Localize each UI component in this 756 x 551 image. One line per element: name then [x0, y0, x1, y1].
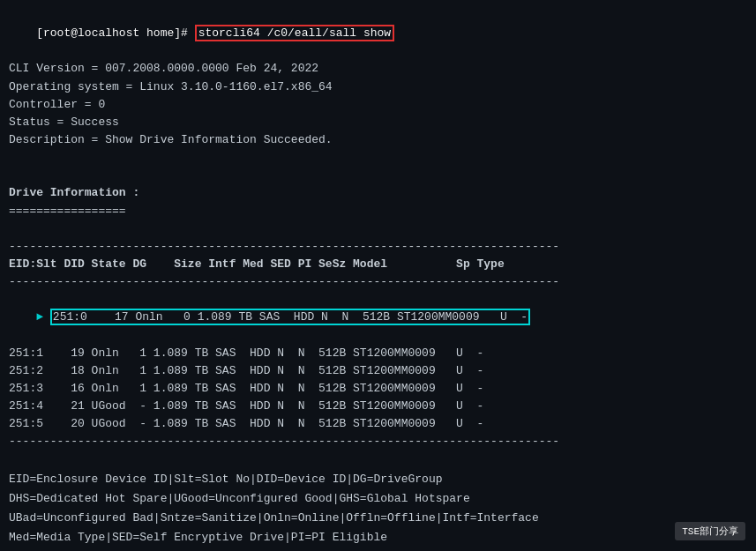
footer-line-1: DHS=Dedicated Hot Spare|UGood=Unconfigur… — [9, 490, 747, 508]
terminal-window: [root@localhost home]# storcli64 /c0/eal… — [0, 0, 756, 551]
data-row-0: ► 251:0 17 Onln 0 1.089 TB SAS HDD N N 5… — [9, 291, 747, 344]
data-row-3: 251:3 16 Onln 1 1.089 TB SAS HDD N N 512… — [9, 380, 747, 398]
data-row-1: 251:1 19 Onln 1 1.089 TB SAS HDD N N 512… — [9, 345, 747, 362]
output-line-3: Status = Success — [9, 114, 747, 131]
output-line-0: CLI Version = 007.2008.0000.0000 Feb 24,… — [9, 60, 747, 78]
output-line-4: Description = Show Drive Information Suc… — [9, 131, 747, 149]
separator-top: ----------------------------------------… — [9, 238, 747, 256]
watermark: TSE部门分享 — [675, 522, 745, 540]
output-line-6 — [9, 167, 747, 184]
column-headers: EID:Slt DID State DG Size Intf Med SED P… — [9, 256, 747, 273]
cyan-arrow: ► — [36, 310, 50, 324]
drive-info-header: Drive Information : — [9, 184, 747, 202]
separator-mid: ----------------------------------------… — [9, 273, 747, 291]
footer-line-0: EID=Enclosure Device ID|Slt=Slot No|DID=… — [9, 471, 747, 488]
data-row-2: 251:2 18 Onln 1 1.089 TB SAS HDD N N 512… — [9, 362, 747, 380]
command-text: storcli64 /c0/eall/sall show — [195, 25, 394, 41]
spacer-line — [9, 220, 747, 238]
separator-bottom: ----------------------------------------… — [9, 433, 747, 450]
footer-spacer — [9, 451, 747, 469]
output-line-1: Operating system = Linux 3.10.0-1160.el7… — [9, 78, 747, 96]
output-line-5 — [9, 149, 747, 167]
footer-line-3: Med=Media Type|SED=Self Encryptive Drive… — [9, 529, 747, 547]
data-row-5: 251:5 20 UGood - 1.089 TB SAS HDD N N 51… — [9, 415, 747, 433]
prompt-line: [root@localhost home]# storcli64 /c0/eal… — [9, 7, 747, 60]
prompt-text: [root@localhost home]# — [36, 26, 194, 40]
output-line-2: Controller = 0 — [9, 96, 747, 114]
footer-line-2: UBad=Unconfigured Bad|Sntze=Sanitize|Onl… — [9, 510, 747, 527]
row-box-0: 251:0 17 Onln 0 1.089 TB SAS HDD N N 512… — [50, 309, 530, 325]
data-row-4: 251:4 21 UGood - 1.089 TB SAS HDD N N 51… — [9, 398, 747, 415]
equals-line: ================= — [9, 203, 747, 220]
